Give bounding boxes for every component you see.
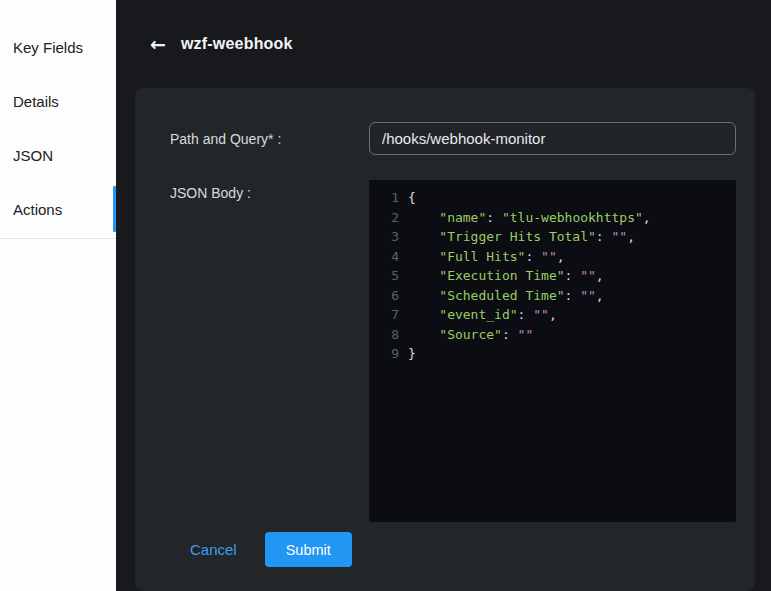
line-number: 2 [381, 208, 399, 228]
editor-line: 5 "Execution Time": "", [381, 266, 736, 286]
path-query-row: Path and Query* : [170, 122, 736, 155]
editor-line: 1{ [381, 188, 736, 208]
code-token: "Source" [439, 327, 502, 342]
code-token [408, 288, 439, 303]
editor-line: 9} [381, 344, 736, 364]
code-token: "" [580, 268, 596, 283]
json-body-editor[interactable]: 1{2 "name": "tlu-webhookhttps",3 "Trigge… [369, 180, 736, 522]
code-token: "" [518, 327, 534, 342]
line-number: 4 [381, 247, 399, 267]
code-token: : [486, 210, 502, 225]
line-number: 3 [381, 227, 399, 247]
code-token: , [627, 229, 635, 244]
code-token: } [408, 346, 416, 361]
code-token: : [565, 288, 581, 303]
code-token: "Scheduled Time" [439, 288, 564, 303]
code-token: "" [612, 229, 628, 244]
sidebar-item-label: Key Fields [13, 39, 83, 56]
code-line: { [408, 188, 416, 208]
app-root: Key FieldsDetailsJSONActions ← wzf-weebh… [0, 0, 771, 591]
code-token [408, 268, 439, 283]
code-token: , [596, 288, 604, 303]
code-token: , [596, 268, 604, 283]
code-token: : [502, 327, 518, 342]
editor-line: 3 "Trigger Hits Total": "", [381, 227, 736, 247]
code-token [408, 229, 439, 244]
code-token [408, 307, 439, 322]
line-number: 7 [381, 305, 399, 325]
sidebar-item-label: Actions [13, 201, 62, 218]
sidebar-item-key-fields[interactable]: Key Fields [0, 20, 116, 74]
code-line: "Source": "" [408, 325, 533, 345]
main-area: ← wzf-weebhook Path and Query* : JSON Bo… [116, 0, 771, 591]
line-number: 1 [381, 188, 399, 208]
code-line: "Execution Time": "", [408, 266, 604, 286]
form-card: Path and Query* : JSON Body : 1{2 "name"… [135, 88, 755, 591]
code-line: "Scheduled Time": "", [408, 286, 604, 306]
code-line: "name": "tlu-webhookhttps", [408, 208, 651, 228]
sidebar-item-label: JSON [13, 147, 53, 164]
sidebar-nav: Key FieldsDetailsJSONActions [0, 20, 116, 239]
code-token: { [408, 190, 416, 205]
code-token: "tlu-webhookhttps" [502, 210, 643, 225]
code-token: "" [533, 307, 549, 322]
code-token: , [549, 307, 557, 322]
editor-line: 7 "event_id": "", [381, 305, 736, 325]
cancel-button[interactable]: Cancel [190, 541, 237, 558]
editor-line: 8 "Source": "" [381, 325, 736, 345]
code-token: , [643, 210, 651, 225]
code-token: "name" [439, 210, 486, 225]
sidebar-item-actions[interactable]: Actions [0, 182, 116, 236]
code-line: "event_id": "", [408, 305, 557, 325]
editor-line: 6 "Scheduled Time": "", [381, 286, 736, 306]
editor-line: 4 "Full Hits": "", [381, 247, 736, 267]
form-actions: Cancel Submit [170, 532, 736, 567]
code-token: : [565, 268, 581, 283]
code-token: "event_id" [439, 307, 517, 322]
path-query-label: Path and Query* : [170, 131, 369, 147]
back-arrow-icon: ← [150, 33, 166, 55]
code-token: : [518, 307, 534, 322]
json-body-row: JSON Body : 1{2 "name": "tlu-webhookhttp… [170, 180, 736, 522]
code-token: "Execution Time" [439, 268, 564, 283]
code-token: : [596, 229, 612, 244]
sidebar-item-label: Details [13, 93, 59, 110]
editor-line: 2 "name": "tlu-webhookhttps", [381, 208, 736, 228]
code-line: } [408, 344, 416, 364]
json-body-label: JSON Body : [170, 180, 369, 522]
code-token: "Trigger Hits Total" [439, 229, 596, 244]
line-number: 5 [381, 266, 399, 286]
sidebar-item-json[interactable]: JSON [0, 128, 116, 182]
line-number: 8 [381, 325, 399, 345]
code-line: "Full Hits": "", [408, 247, 565, 267]
code-token: : [525, 249, 541, 264]
code-token [408, 327, 439, 342]
sidebar-divider [0, 238, 116, 239]
topbar: ← wzf-weebhook [116, 0, 771, 88]
page-title: wzf-weebhook [181, 35, 293, 53]
code-token: "Full Hits" [439, 249, 525, 264]
submit-button[interactable]: Submit [265, 532, 352, 567]
path-query-input[interactable] [369, 122, 736, 155]
code-token: "" [580, 288, 596, 303]
code-line: "Trigger Hits Total": "", [408, 227, 635, 247]
line-number: 9 [381, 344, 399, 364]
code-token: , [557, 249, 565, 264]
code-token: "" [541, 249, 557, 264]
code-token [408, 210, 439, 225]
sidebar-item-details[interactable]: Details [0, 74, 116, 128]
back-button[interactable]: ← [150, 35, 166, 54]
code-token [408, 249, 439, 264]
sidebar: Key FieldsDetailsJSONActions [0, 0, 116, 591]
line-number: 6 [381, 286, 399, 306]
